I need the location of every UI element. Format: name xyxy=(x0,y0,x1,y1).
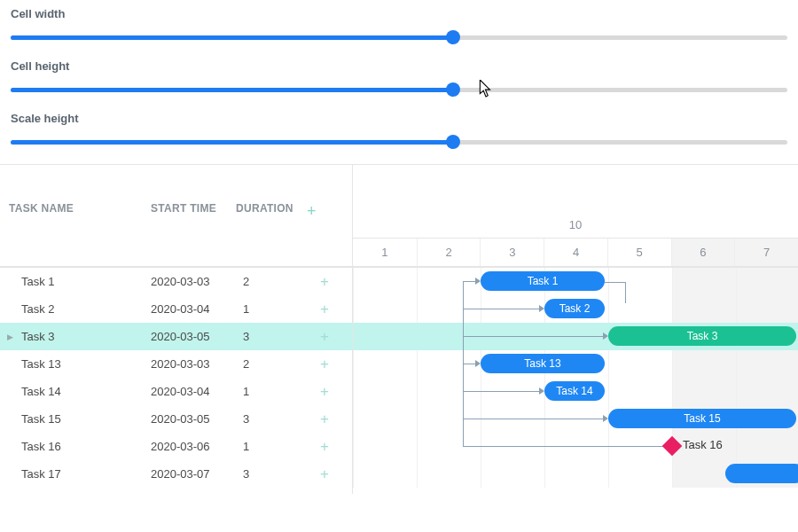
gantt-bar[interactable] xyxy=(725,464,798,483)
gantt-bar[interactable]: Task 15 xyxy=(608,409,796,428)
add-task-button[interactable]: + xyxy=(307,383,342,401)
gantt-bar[interactable]: Task 14 xyxy=(544,381,605,401)
timeline-header: 10 1234567 xyxy=(353,165,798,268)
task-start-cell: 2020-03-06 xyxy=(151,440,236,453)
task-start-cell: 2020-03-04 xyxy=(151,385,236,398)
grid-row[interactable]: Task 12020-03-032+ xyxy=(0,268,352,295)
task-start-cell: 2020-03-03 xyxy=(151,275,236,288)
cell-height-control: Cell height xyxy=(11,59,787,96)
milestone-label: Task 16 xyxy=(683,438,723,451)
add-task-button[interactable]: + xyxy=(307,356,342,373)
gantt-bar[interactable]: Task 3 xyxy=(608,326,796,346)
grid-body: Task 12020-03-032+Task 22020-03-041+▶Tas… xyxy=(0,268,352,488)
cell-width-slider[interactable] xyxy=(11,31,787,43)
task-start-cell: 2020-03-07 xyxy=(151,467,236,481)
grid-row[interactable]: Task 152020-03-053+ xyxy=(0,405,352,433)
task-name-cell: Task 13 xyxy=(18,357,151,371)
add-task-button[interactable]: + xyxy=(307,301,342,318)
scale-top-label: 10 xyxy=(353,218,798,231)
header-duration[interactable]: DURATION xyxy=(236,202,307,221)
grid-header: TASK NAME START TIME DURATION + xyxy=(0,165,352,268)
add-task-button[interactable]: + xyxy=(307,438,342,456)
task-name-cell: Task 14 xyxy=(18,385,151,398)
day-header-cell: 3 xyxy=(480,239,544,266)
day-header-cell: 5 xyxy=(607,239,671,266)
task-name-cell: Task 15 xyxy=(18,412,151,426)
gantt-bar[interactable]: Task 2 xyxy=(544,299,605,318)
header-start[interactable]: START TIME xyxy=(151,202,236,221)
add-task-button[interactable]: + xyxy=(307,411,342,428)
scale-height-label: Scale height xyxy=(11,112,787,125)
task-name-cell: Task 16 xyxy=(18,440,151,453)
slider-thumb[interactable] xyxy=(446,82,460,97)
gantt-container: TASK NAME START TIME DURATION + Task 120… xyxy=(0,164,798,494)
day-header-cell: 1 xyxy=(353,239,417,266)
cell-width-label: Cell width xyxy=(11,7,787,20)
day-header-cell: 2 xyxy=(417,239,481,266)
gantt-bar[interactable]: Task 13 xyxy=(481,354,605,373)
task-name-cell: Task 1 xyxy=(18,275,151,288)
scale-height-control: Scale height xyxy=(11,112,787,148)
grid-row[interactable]: Task 22020-03-041+ xyxy=(0,295,352,323)
scale-height-slider[interactable] xyxy=(11,136,787,148)
task-duration-cell: 2 xyxy=(236,357,307,371)
cell-height-label: Cell height xyxy=(11,59,787,73)
grid-row[interactable]: Task 142020-03-041+ xyxy=(0,378,352,405)
add-task-button[interactable]: + xyxy=(307,466,342,483)
task-name-cell: Task 17 xyxy=(18,467,151,481)
add-column-button[interactable]: + xyxy=(307,202,342,221)
task-name-cell: Task 3 xyxy=(18,330,151,343)
day-header-cell: 7 xyxy=(734,239,798,266)
task-duration-cell: 3 xyxy=(236,412,307,426)
controls-panel: Cell width Cell height Scale height xyxy=(0,0,798,148)
task-duration-cell: 3 xyxy=(236,467,307,481)
task-start-cell: 2020-03-03 xyxy=(151,357,236,371)
slider-thumb[interactable] xyxy=(446,135,460,149)
task-duration-cell: 2 xyxy=(236,275,307,288)
timeline-pane[interactable]: 10 1234567 Task 1Task 2Task 3Task 13Task… xyxy=(353,165,798,494)
task-duration-cell: 1 xyxy=(236,440,307,453)
grid-pane: TASK NAME START TIME DURATION + Task 120… xyxy=(0,165,353,494)
day-header-cell: 6 xyxy=(671,239,735,266)
task-duration-cell: 1 xyxy=(236,385,307,398)
day-header-cell: 4 xyxy=(544,239,607,266)
header-taskname[interactable]: TASK NAME xyxy=(0,202,151,221)
task-start-cell: 2020-03-05 xyxy=(151,412,236,426)
grid-row[interactable]: ▶Task 32020-03-053+ xyxy=(0,323,352,350)
grid-row[interactable]: Task 132020-03-032+ xyxy=(0,350,352,378)
add-task-button[interactable]: + xyxy=(307,273,342,291)
task-start-cell: 2020-03-04 xyxy=(151,302,236,316)
task-duration-cell: 1 xyxy=(236,302,307,316)
expand-icon[interactable]: ▶ xyxy=(0,332,18,341)
gantt-bar[interactable]: Task 1 xyxy=(481,271,605,291)
grid-row[interactable]: Task 162020-03-061+ xyxy=(0,433,352,460)
task-duration-cell: 3 xyxy=(236,330,307,343)
task-start-cell: 2020-03-05 xyxy=(151,330,236,343)
grid-row[interactable]: Task 172020-03-073+ xyxy=(0,460,352,488)
slider-thumb[interactable] xyxy=(446,30,460,44)
cell-width-control: Cell width xyxy=(11,7,787,43)
task-name-cell: Task 2 xyxy=(18,302,151,316)
add-task-button[interactable]: + xyxy=(307,328,342,346)
cell-height-slider[interactable] xyxy=(11,83,787,96)
